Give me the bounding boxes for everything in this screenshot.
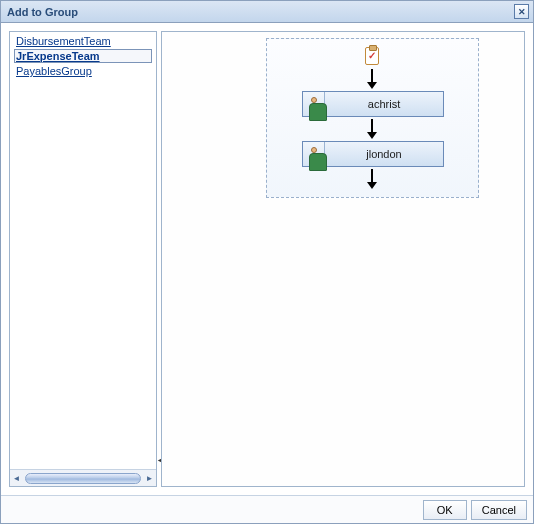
- horizontal-scrollbar[interactable]: ◄ ►: [10, 469, 156, 486]
- flow-canvas[interactable]: achrist jlondon: [161, 31, 525, 487]
- flow-arrow-icon: [371, 169, 373, 183]
- ok-button[interactable]: OK: [423, 500, 467, 520]
- group-item-payables[interactable]: PayablesGroup: [14, 64, 152, 78]
- scroll-left-arrow-icon[interactable]: ◄: [10, 471, 23, 486]
- node-icon-box: [303, 142, 325, 166]
- dialog-title: Add to Group: [7, 6, 78, 18]
- node-label: jlondon: [325, 148, 443, 160]
- start-node[interactable]: [365, 47, 381, 67]
- group-item-disbursement[interactable]: DisbursementTeam: [14, 34, 152, 48]
- cancel-button[interactable]: Cancel: [471, 500, 527, 520]
- clipboard-check-icon: [365, 47, 379, 65]
- node-label: achrist: [325, 98, 443, 110]
- flow-arrow-icon: [371, 119, 373, 133]
- group-item-jrexpense[interactable]: JrExpenseTeam: [14, 49, 152, 63]
- group-list-panel: DisbursementTeam JrExpenseTeam PayablesG…: [9, 31, 157, 487]
- close-icon: ✕: [518, 7, 526, 17]
- node-icon-box: [303, 92, 325, 116]
- scroll-right-arrow-icon[interactable]: ►: [143, 471, 156, 486]
- close-button[interactable]: ✕: [514, 4, 529, 19]
- flow-selection-box: achrist jlondon: [266, 38, 479, 198]
- person-icon: [307, 97, 321, 111]
- group-list: DisbursementTeam JrExpenseTeam PayablesG…: [10, 32, 156, 469]
- scroll-track[interactable]: [23, 471, 143, 486]
- flow-node-jlondon[interactable]: jlondon: [302, 141, 444, 167]
- dialog-body: DisbursementTeam JrExpenseTeam PayablesG…: [1, 23, 533, 495]
- flow-node-achrist[interactable]: achrist: [302, 91, 444, 117]
- flow-arrow-icon: [371, 69, 373, 83]
- add-to-group-dialog: Add to Group ✕ DisbursementTeam JrExpens…: [0, 0, 534, 524]
- titlebar: Add to Group ✕: [1, 1, 533, 23]
- scroll-thumb[interactable]: [25, 473, 141, 484]
- dialog-footer: OK Cancel: [1, 495, 533, 523]
- person-icon: [307, 147, 321, 161]
